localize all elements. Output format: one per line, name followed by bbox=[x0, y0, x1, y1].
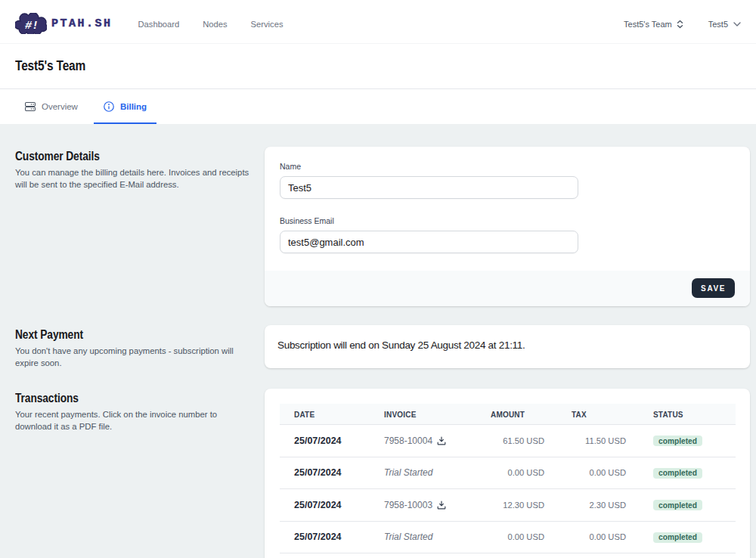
svg-text:#!: #! bbox=[25, 19, 39, 32]
